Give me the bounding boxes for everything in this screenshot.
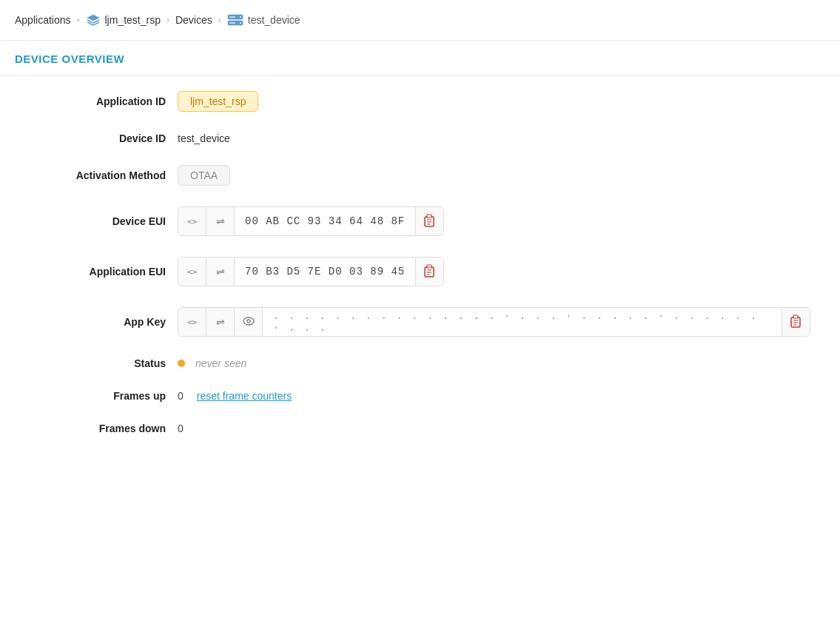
layers-icon <box>86 13 101 27</box>
frames-up-value: 0 <box>178 390 184 402</box>
activation-method-row: Activation Method OTAA <box>30 165 810 186</box>
svg-point-3 <box>240 16 241 18</box>
code-icon-3: <> <box>187 317 197 327</box>
breadcrumb-devices[interactable]: Devices <box>175 14 212 26</box>
swap-icon: ⇌ <box>216 215 225 227</box>
breadcrumb-sep-2: › <box>167 15 169 25</box>
application-eui-swap-button[interactable]: ⇌ <box>206 258 235 286</box>
application-eui-copy-button[interactable] <box>415 258 443 286</box>
status-dot <box>178 360 185 367</box>
frames-up-label: Frames up <box>30 390 178 402</box>
section-title: DEVICE OVERVIEW <box>15 53 825 65</box>
svg-point-17 <box>243 317 254 325</box>
svg-rect-5 <box>229 16 235 18</box>
app-key-box: <> ⇌ . . . . . . . . . . . . . . . · . .… <box>178 307 810 337</box>
clipboard-icon-2 <box>424 264 436 280</box>
breadcrumb-app-name-label: ljm_test_rsp <box>105 14 161 26</box>
device-id-value: test_device <box>178 132 230 144</box>
svg-rect-6 <box>229 22 235 24</box>
application-eui-value-wrapper: <> ⇌ 70 B3 D5 7E D0 03 89 45 <box>178 257 444 286</box>
app-key-value-wrapper: <> ⇌ . . . . . . . . . . . . . . . · . .… <box>178 307 810 337</box>
app-key-eye-button[interactable] <box>235 308 263 336</box>
svg-marker-0 <box>87 15 99 21</box>
frames-down-value-wrapper: 0 <box>178 423 191 434</box>
application-eui-row: Application EUI <> ⇌ 70 B3 D5 7E D0 03 8… <box>30 257 810 286</box>
application-id-badge[interactable]: ljm_test_rsp <box>178 91 258 112</box>
device-eui-swap-button[interactable]: ⇌ <box>206 207 235 235</box>
app-key-code-button[interactable]: <> <box>178 308 206 336</box>
frames-down-row: Frames down 0 <box>30 423 810 434</box>
swap-icon-2: ⇌ <box>216 266 225 278</box>
content-area: Application ID ljm_test_rsp Device ID te… <box>0 76 840 470</box>
device-id-value-wrapper: test_device <box>178 132 230 144</box>
activation-method-badge: OTAA <box>178 165 230 186</box>
breadcrumb-sep-3: › <box>218 15 221 25</box>
application-eui-box: <> ⇌ 70 B3 D5 7E D0 03 89 45 <box>178 257 444 286</box>
breadcrumb-device-name: test_device <box>227 14 300 26</box>
section-header: DEVICE OVERVIEW <box>0 41 840 76</box>
status-value-wrapper: never seen <box>178 357 246 369</box>
activation-method-label: Activation Method <box>30 169 178 181</box>
svg-rect-20 <box>793 315 798 318</box>
clipboard-icon-3 <box>790 314 802 330</box>
frames-down-label: Frames down <box>30 423 178 434</box>
application-eui-value: 70 B3 D5 7E D0 03 89 45 <box>235 266 415 278</box>
reset-frame-counters-link[interactable]: reset frame counters <box>197 390 292 402</box>
app-key-label: App Key <box>30 316 178 328</box>
breadcrumb-applications[interactable]: Applications <box>15 14 71 26</box>
device-eui-code-button[interactable]: <> <box>178 207 206 235</box>
app-key-copy-button[interactable] <box>782 308 810 336</box>
app-key-row: App Key <> ⇌ . . . . . . . . <box>30 307 810 337</box>
device-id-label: Device ID <box>30 132 178 144</box>
device-eui-row: Device EUI <> ⇌ 00 AB CC 93 34 64 48 8F <box>30 206 810 236</box>
breadcrumb-app-name[interactable]: ljm_test_rsp <box>86 13 161 27</box>
device-eui-box: <> ⇌ 00 AB CC 93 34 64 48 8F <box>178 206 444 236</box>
status-label: Status <box>30 357 178 369</box>
code-icon: <> <box>187 217 197 226</box>
application-id-row: Application ID ljm_test_rsp <box>30 91 810 112</box>
device-eui-copy-button[interactable] <box>415 207 443 235</box>
activation-method-value-wrapper: OTAA <box>178 165 230 186</box>
device-eui-value: 00 AB CC 93 34 64 48 8F <box>235 215 415 227</box>
frames-up-value-wrapper: 0 reset frame counters <box>178 390 292 402</box>
application-eui-label: Application EUI <box>30 266 178 278</box>
code-icon-2: <> <box>187 267 197 277</box>
app-key-swap-button[interactable]: ⇌ <box>206 308 235 336</box>
status-row: Status never seen <box>30 357 810 369</box>
device-icon <box>227 14 243 26</box>
device-id-row: Device ID test_device <box>30 132 810 144</box>
clipboard-icon <box>424 214 436 229</box>
device-eui-value-wrapper: <> ⇌ 00 AB CC 93 34 64 48 8F <box>178 206 444 236</box>
application-id-value-wrapper: ljm_test_rsp <box>178 91 258 112</box>
eye-icon <box>243 317 255 328</box>
svg-rect-13 <box>427 265 431 268</box>
frames-up-row: Frames up 0 reset frame counters <box>30 390 810 402</box>
application-eui-code-button[interactable]: <> <box>178 258 206 286</box>
svg-rect-8 <box>427 215 431 218</box>
breadcrumb-device-name-label: test_device <box>248 14 300 26</box>
breadcrumb-applications-label: Applications <box>15 14 71 26</box>
app-key-value: . . . . . . . . . . . . . . . · . . . · … <box>263 310 782 334</box>
svg-point-4 <box>240 22 241 24</box>
frames-down-value: 0 <box>178 423 184 434</box>
breadcrumb-devices-label: Devices <box>175 14 212 26</box>
breadcrumb: Applications › ljm_test_rsp › Devices › <box>0 0 840 41</box>
status-value: never seen <box>195 357 246 369</box>
swap-icon-3: ⇌ <box>216 316 225 328</box>
svg-point-18 <box>246 319 249 322</box>
device-eui-label: Device EUI <box>30 215 178 227</box>
application-id-label: Application ID <box>30 95 178 107</box>
breadcrumb-sep-1: › <box>77 15 80 25</box>
